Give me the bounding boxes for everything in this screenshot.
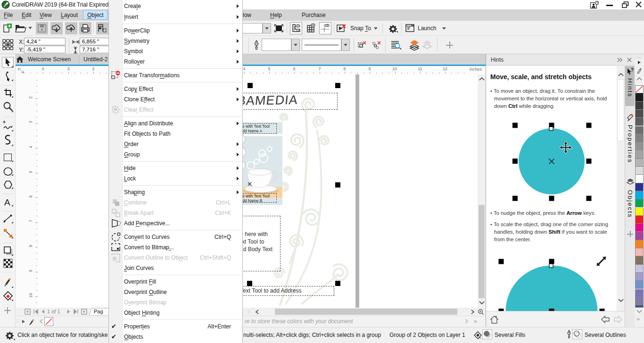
svg-text:?: ? — [631, 68, 634, 73]
